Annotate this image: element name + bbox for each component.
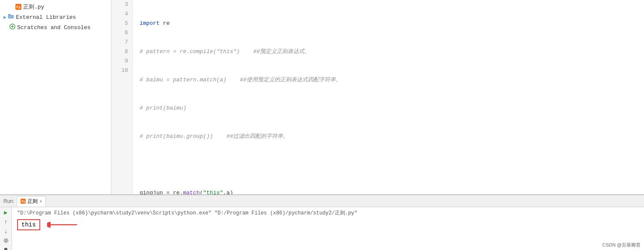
sidebar: Py 正则.py ▶ External Libraries [0, 0, 111, 194]
line-numbers: 3 4 5 6 7 8 9 10 [111, 0, 133, 194]
bottom-toolbar: ▶ ↑ ↓ ■ ⇌ ↕ [0, 207, 12, 250]
python-file-icon: Py [15, 4, 21, 10]
code-line-5: # baimu = pattern.match(a) ##使用预定义的正则表达式… [140, 75, 644, 85]
line-num-8: 8 [111, 47, 132, 57]
run-tab[interactable]: Py 正则 × [17, 196, 46, 206]
bottom-content: ▶ ↑ ↓ ■ ⇌ ↕ "D:\Program Files (x86)\pych… [0, 207, 644, 250]
scratch-icon [9, 24, 15, 31]
code-line-7: # print(baimu.group()) ##过滤出四配的字符串。 [140, 132, 644, 141]
output-command: "D:\Program Files (x86)\pycharm\study2\v… [17, 209, 639, 217]
scroll-down-button[interactable]: ↓ [2, 228, 10, 235]
line-num-3: 3 [111, 0, 132, 9]
output-value: this [17, 219, 40, 230]
folder-bar-icon [8, 13, 14, 21]
tab-close-button[interactable]: × [39, 199, 42, 204]
svg-rect-4 [9, 17, 13, 18]
sidebar-ext-label: External Libraries [16, 14, 76, 21]
svg-point-8 [5, 240, 7, 242]
arrow-icon [47, 218, 81, 231]
line-num-5: 5 [111, 19, 132, 28]
code-editor[interactable]: import re # pattern = re.compile("this")… [133, 0, 644, 194]
line-num-4: 4 [111, 9, 132, 19]
output-result: this [17, 218, 639, 231]
settings-button[interactable] [2, 238, 10, 244]
bottom-tabs: Run: Py 正则 × [0, 195, 644, 207]
run-tab-label: 正则 [27, 198, 38, 205]
line-num-6: 6 [111, 28, 132, 38]
scroll-up-button[interactable]: ↑ [2, 219, 10, 226]
line-num-7: 7 [111, 38, 132, 47]
code-line-6: # print(baimu) [140, 104, 644, 113]
editor-area: 3 4 5 6 7 8 9 10 import re # pattern = r… [111, 0, 644, 194]
sidebar-item-python-file[interactable]: Py 正则.py [0, 2, 111, 12]
output-area: "D:\Program Files (x86)\pycharm\study2\v… [12, 207, 644, 250]
run-label: Run: [3, 198, 14, 204]
line-num-10: 10 [111, 66, 132, 75]
bottom-panel: Run: Py 正则 × ▶ ↑ ↓ ■ ⇌ ↕ [0, 194, 644, 250]
code-line-3: import re [140, 19, 644, 28]
code-container[interactable]: 3 4 5 6 7 8 9 10 import re # pattern = r… [111, 0, 644, 194]
code-line-8 [140, 160, 644, 170]
sidebar-python-label: 正则.py [23, 3, 44, 11]
svg-rect-3 [9, 16, 13, 17]
sidebar-scratch-label: Scratches and Consoles [17, 24, 91, 31]
run-button[interactable]: ▶ [2, 209, 10, 216]
line-num-9: 9 [111, 57, 132, 66]
sidebar-item-scratches[interactable]: Scratches and Consoles [0, 22, 111, 33]
sidebar-item-external-libraries[interactable]: ▶ External Libraries [0, 12, 111, 22]
code-line-4: # pattern = re.compile("this") ##预定义正则表达… [140, 47, 644, 57]
svg-rect-2 [9, 15, 13, 16]
stop-button[interactable]: ■ [2, 246, 10, 250]
expand-icon: ▶ [3, 14, 6, 21]
bottom-wrapper: Run: Py 正则 × ▶ ↑ ↓ ■ ⇌ ↕ [0, 194, 644, 250]
tab-py-icon: Py [21, 199, 26, 204]
code-line-9: qingjun = re.match("this",a) [140, 188, 644, 194]
credit-text: CSDN @百慕卿君 [602, 242, 641, 248]
